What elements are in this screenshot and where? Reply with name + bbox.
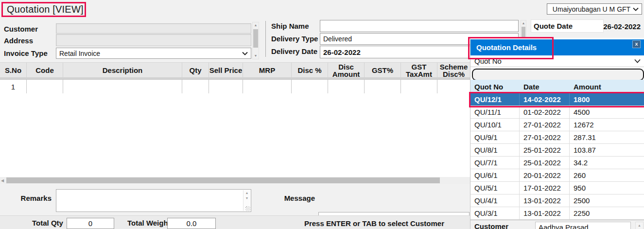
cell-quot-no[interactable]: QU/6/1: [470, 169, 520, 181]
address-label: Address: [4, 36, 33, 45]
scroll-up-icon[interactable]: ▲: [521, 20, 526, 26]
items-col-header: GST%: [365, 63, 401, 78]
quotation-row[interactable]: QU/5/1 17-01-2022 950: [470, 182, 644, 194]
quot-no-filter-select[interactable]: Quot No: [470, 55, 644, 67]
quotation-window: Quotation [VIEW] Umaiyorubagan U M GFT C…: [0, 0, 644, 229]
quotation-row[interactable]: QU/4/1 13-01-2022 2500: [470, 194, 644, 207]
scrollbar-thumb[interactable]: [6, 177, 440, 183]
invoice-type-value: Retail Invoice: [59, 50, 100, 57]
cell-amount[interactable]: 950: [570, 182, 644, 194]
item-cell-scheme-disc[interactable]: [437, 79, 470, 93]
item-cell-disc-pct[interactable]: [292, 79, 328, 93]
cell-amount[interactable]: 287.31: [570, 131, 644, 143]
quotation-row[interactable]: QU/7/1 25-01-2022 34.2: [470, 157, 644, 169]
item-cell-sno[interactable]: 1: [0, 79, 27, 93]
cell-amount[interactable]: 260: [570, 169, 644, 181]
item-cell-gst-pct[interactable]: [365, 79, 401, 93]
cell-quot-no[interactable]: QU/10/1: [470, 119, 520, 131]
customer-field: [56, 23, 251, 34]
item-cell-disc-amount[interactable]: [328, 79, 365, 93]
cell-quot-no[interactable]: QU/12/1: [470, 93, 520, 106]
cell-quot-no[interactable]: QU/11/1: [470, 106, 520, 118]
list-col-amount: Amount: [570, 80, 644, 93]
items-col-header: Scheme Disc%: [437, 63, 470, 78]
cell-quot-no[interactable]: QU/3/1: [470, 207, 520, 219]
ship-name-label: Ship Name: [271, 22, 309, 30]
quotation-list-header: Quot No Date Amount: [470, 80, 644, 94]
cell-amount[interactable]: 34.2: [570, 157, 644, 169]
delivery-type-label: Delivery Type: [271, 35, 318, 43]
quotation-row-selected[interactable]: QU/12/1 14-02-2022 1800: [470, 93, 644, 106]
items-col-header: GST TaxAmt: [401, 63, 437, 78]
invoice-type-label: Invoice Type: [4, 49, 48, 57]
cell-amount[interactable]: 1800: [570, 93, 644, 106]
item-cell-gst-taxamt[interactable]: [401, 79, 437, 93]
page-title: Quotation [VIEW]: [3, 4, 84, 15]
item-cell-code[interactable]: [27, 79, 63, 93]
address-field: [56, 34, 251, 46]
cell-date[interactable]: 20-01-2022: [520, 169, 570, 181]
list-col-date: Date: [520, 80, 570, 93]
quotation-details-panel: Quotation Details X Quot No Quot No Date…: [470, 38, 644, 229]
ship-name-input[interactable]: [320, 20, 518, 32]
cell-date[interactable]: 27-01-2022: [520, 119, 570, 131]
scroll-left-icon[interactable]: ◀: [1, 177, 4, 184]
cell-amount[interactable]: 2250: [570, 207, 644, 219]
quotation-row[interactable]: QU/8/1 25-01-2022 103.87: [470, 144, 644, 157]
cell-date[interactable]: 13-01-2022: [520, 207, 570, 219]
cell-quot-no[interactable]: QU/4/1: [470, 194, 520, 207]
scroll-up-icon[interactable]: ▲: [244, 191, 250, 194]
remarks-textarea-wrap: ▲ ▼: [56, 189, 251, 212]
scroll-down-icon[interactable]: ▼: [244, 196, 250, 200]
remarks-textarea[interactable]: [56, 190, 251, 211]
cell-date[interactable]: 25-01-2022: [520, 157, 570, 169]
cell-amount[interactable]: 2500: [570, 194, 644, 207]
cell-date[interactable]: 27-01-2022: [520, 131, 570, 143]
item-cell-description[interactable]: [63, 79, 182, 93]
scroll-up-icon[interactable]: ▲: [253, 22, 259, 28]
cell-quot-no[interactable]: QU/5/1: [470, 182, 520, 194]
cell-date[interactable]: 17-01-2022: [520, 182, 570, 194]
quotation-row[interactable]: QU/3/1 13-01-2022 2250: [470, 207, 644, 220]
section-divider: [265, 21, 266, 57]
message-label: Message: [283, 194, 315, 202]
items-grid-header: S.No Code Description Qty Sell Price MRP…: [0, 62, 470, 77]
item-cell-qty[interactable]: [182, 79, 209, 93]
cell-date[interactable]: 13-01-2022: [520, 194, 570, 207]
scroll-up-icon[interactable]: ▲: [635, 222, 644, 229]
customer-label: Customer: [4, 25, 38, 33]
items-grid-row[interactable]: 1: [0, 79, 470, 93]
cell-amount[interactable]: 4500: [570, 106, 644, 118]
items-col-header: Qty: [182, 63, 209, 78]
company-selector[interactable]: Umaiyorubagan U M GFT: [547, 3, 642, 15]
cell-amount[interactable]: 103.87: [570, 144, 644, 156]
invoice-type-select[interactable]: Retail Invoice: [56, 48, 251, 59]
scrollbar-thumb[interactable]: [522, 27, 525, 38]
panel-customer-label: Customer: [474, 222, 508, 229]
cell-quot-no[interactable]: QU/8/1: [470, 144, 520, 156]
total-qty-label: Total Qty: [32, 219, 63, 227]
cell-quot-no[interactable]: QU/7/1: [470, 157, 520, 169]
quotation-row[interactable]: QU/9/1 27-01-2022 287.31: [470, 131, 644, 144]
item-cell-sell-price[interactable]: [209, 79, 243, 93]
cell-quot-no[interactable]: QU/9/1: [470, 131, 520, 143]
quotation-row[interactable]: QU/11/1 01-02-2022 4500: [470, 106, 644, 119]
quot-no-filter-value: Quot No: [474, 57, 502, 65]
items-horizontal-scrollbar[interactable]: ◀: [0, 177, 470, 184]
panel-customer-value[interactable]: Aadhya Prasad: [535, 222, 631, 229]
close-icon[interactable]: X: [632, 40, 641, 48]
item-cell-mrp[interactable]: [243, 79, 292, 93]
quotation-row[interactable]: QU/6/1 20-01-2022 260: [470, 169, 644, 182]
resize-grip-icon[interactable]: [245, 206, 250, 211]
quotation-row[interactable]: QU/10/1 27-01-2022 12672: [470, 119, 644, 131]
ship-name-input-wrap: [320, 20, 519, 32]
cell-date[interactable]: 14-02-2022: [520, 93, 570, 106]
cell-date[interactable]: 25-01-2022: [520, 144, 570, 156]
panel-title: Quotation Details: [470, 43, 537, 52]
form-vertical-scrollbar[interactable]: ▲ ▼: [252, 22, 259, 59]
cell-date[interactable]: 01-02-2022: [520, 106, 570, 118]
cell-amount[interactable]: 12672: [570, 119, 644, 131]
scroll-down-icon[interactable]: ▼: [253, 53, 259, 59]
quotation-search-input[interactable]: [473, 70, 643, 80]
scrollbar-thumb[interactable]: [253, 29, 258, 48]
